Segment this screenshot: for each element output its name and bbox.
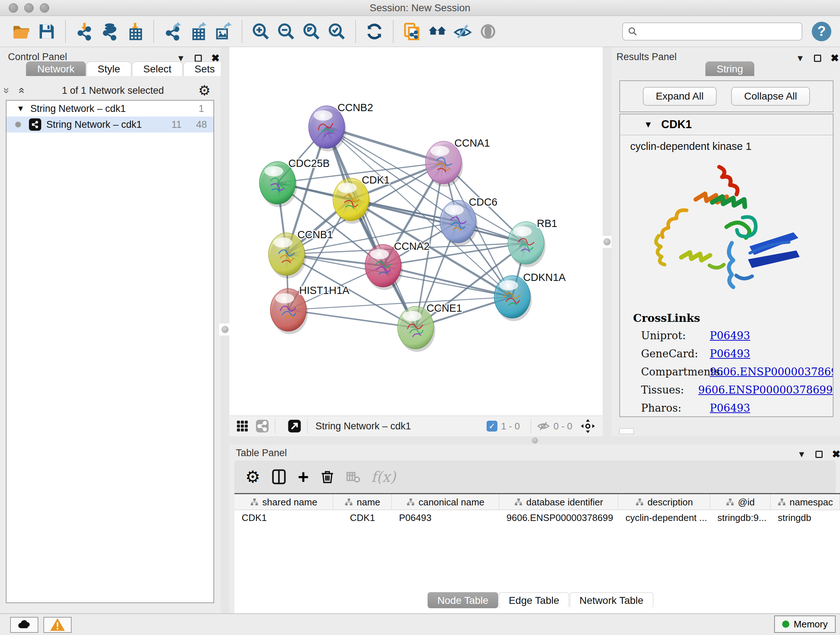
collapse-all-button[interactable]: Collapse All xyxy=(731,87,810,106)
network-node[interactable]: CCNE1 xyxy=(398,302,462,352)
network-edge[interactable] xyxy=(327,127,416,328)
crosslink-link[interactable]: 9606.ENSP00000378699 xyxy=(710,366,834,378)
crosslink-link[interactable]: 9606.ENSP00000378699 xyxy=(698,384,833,396)
homes-icon[interactable] xyxy=(427,21,447,42)
network-collection-row[interactable]: ▼ String Network – cdk1 1 xyxy=(6,101,213,117)
network-node[interactable]: CCNB2 xyxy=(309,102,373,151)
zoom-in-icon[interactable] xyxy=(251,21,271,42)
network-view-toolbar: String Network – cdk1 ✓ 1 - 0 0 - 0 xyxy=(229,416,603,436)
open-in-window-icon[interactable] xyxy=(287,419,302,433)
close-panel-icon[interactable]: ✖ xyxy=(832,448,840,460)
float-panel-icon[interactable] xyxy=(815,451,823,458)
add-column-icon[interactable]: + xyxy=(298,466,309,488)
column-header-database-identifier[interactable]: database identifier xyxy=(499,494,618,510)
expand-all-networks-icon[interactable]: » xyxy=(1,84,13,97)
crosslink-link[interactable]: P06493 xyxy=(710,402,750,414)
network-node[interactable]: HIST1H1A xyxy=(270,285,349,334)
tab-network[interactable]: Network xyxy=(26,62,86,76)
table-cell[interactable]: cyclin-dependent ... xyxy=(618,510,710,525)
crosslink-link[interactable]: P06493 xyxy=(710,329,750,342)
birds-eye-view-icon[interactable] xyxy=(580,418,595,434)
string-network-badge-icon[interactable] xyxy=(256,419,269,433)
tab-string[interactable]: String xyxy=(706,62,754,76)
expand-all-button[interactable]: Expand All xyxy=(643,87,717,106)
float-panel-icon[interactable] xyxy=(814,55,821,62)
network-node[interactable]: CCNA1 xyxy=(425,137,490,187)
delete-column-icon[interactable] xyxy=(320,469,335,485)
collapse-all-networks-icon[interactable]: » xyxy=(14,84,27,97)
help-button[interactable]: ? xyxy=(812,22,831,41)
collapse-panel-icon[interactable]: ▼ xyxy=(796,53,805,63)
table-cell[interactable]: CDK1 xyxy=(234,510,333,525)
zoom-fit-icon[interactable] xyxy=(302,21,322,42)
selected-indicator-checkbox[interactable]: ✓ xyxy=(486,421,497,432)
column-header-shared-name[interactable]: shared name xyxy=(234,494,333,510)
search-input[interactable] xyxy=(641,26,797,37)
export-network-icon[interactable] xyxy=(163,21,183,42)
zoom-selected-icon[interactable] xyxy=(327,21,347,42)
crosslink-label: Uniprot: xyxy=(641,329,710,342)
tab-style[interactable]: Style xyxy=(87,62,131,76)
gene-section-header[interactable]: ▼ CDK1 xyxy=(620,114,833,135)
right-splitter[interactable] xyxy=(603,47,611,436)
memory-button[interactable]: Memory xyxy=(774,616,836,633)
import-table-icon[interactable] xyxy=(125,21,145,42)
collapse-panel-icon[interactable]: ▼ xyxy=(797,449,806,459)
table-cell[interactable]: stringdb:9... xyxy=(710,510,771,525)
eye-gray-icon[interactable] xyxy=(478,21,498,42)
warnings-button[interactable] xyxy=(43,617,72,633)
column-header-namespac[interactable]: namespac xyxy=(771,494,840,510)
network-canvas[interactable]: CCNB2CCNA1CDC25BCDK1CDC6RB1CCNB1CCNA2CDK… xyxy=(229,47,603,416)
network-node[interactable]: RB1 xyxy=(508,218,557,267)
search-box[interactable] xyxy=(622,22,802,41)
open-folder-icon[interactable] xyxy=(11,21,32,42)
table-row[interactable]: CDK1CDK1P064939606.ENSP00000378699cyclin… xyxy=(234,510,840,525)
save-icon[interactable] xyxy=(36,21,57,42)
network-node[interactable]: CDC25B xyxy=(259,157,330,207)
import-database-icon[interactable] xyxy=(99,21,120,42)
float-panel-icon[interactable] xyxy=(195,55,202,62)
table-cell[interactable]: P06493 xyxy=(392,510,499,525)
table-cell[interactable]: 9606.ENSP00000378699 xyxy=(499,510,618,525)
show-grid-icon[interactable] xyxy=(236,420,249,432)
network-row[interactable]: String Network – cdk1 11 48 xyxy=(6,117,213,133)
refresh-icon[interactable] xyxy=(364,21,385,42)
results-scrollbar[interactable] xyxy=(619,428,634,434)
tab-sets[interactable]: Sets xyxy=(183,62,226,76)
network-node-count: 11 xyxy=(172,119,182,130)
copy-share-icon[interactable] xyxy=(402,21,422,42)
table-cell[interactable]: CDK1 xyxy=(333,510,392,525)
crosslink-link[interactable]: P06493 xyxy=(710,348,750,360)
tab-edge-table[interactable]: Edge Table xyxy=(499,592,569,608)
tab-network-table[interactable]: Network Table xyxy=(570,592,653,608)
collection-expand-icon[interactable]: ▼ xyxy=(17,104,25,113)
left-splitter[interactable] xyxy=(221,47,229,613)
horizontal-splitter[interactable] xyxy=(229,436,840,445)
network-node[interactable]: CDKN1A xyxy=(494,272,566,321)
column-header--id[interactable]: @id xyxy=(710,494,771,510)
export-image-icon[interactable] xyxy=(213,21,233,42)
network-node[interactable]: CCNB1 xyxy=(268,229,333,279)
column-header-name[interactable]: name xyxy=(333,494,392,510)
eye-slash-icon[interactable] xyxy=(453,21,473,42)
gene-expand-icon[interactable]: ▼ xyxy=(644,119,653,130)
delete-table-icon[interactable] xyxy=(346,470,360,484)
network-options-gear-icon[interactable]: ⚙ xyxy=(198,82,210,98)
table-settings-gear-icon[interactable]: ⚙ xyxy=(245,467,260,486)
show-columns-icon[interactable] xyxy=(271,469,287,485)
import-network-icon[interactable] xyxy=(74,21,95,42)
network-edge-count: 48 xyxy=(196,119,207,130)
tab-select[interactable]: Select xyxy=(132,62,183,76)
close-panel-icon[interactable]: ✖ xyxy=(831,52,839,64)
column-header-canonical-name[interactable]: canonical name xyxy=(392,494,499,510)
network-node[interactable]: CCNA2 xyxy=(365,241,429,290)
table-cell[interactable]: stringdb xyxy=(771,510,840,525)
tab-node-table[interactable]: Node Table xyxy=(428,592,498,608)
export-table-icon[interactable] xyxy=(188,21,208,42)
zoom-out-icon[interactable] xyxy=(276,21,296,42)
column-header-description[interactable]: description xyxy=(618,494,710,510)
cloud-status-button[interactable] xyxy=(10,617,38,633)
function-builder-icon[interactable]: f(x) xyxy=(371,469,396,485)
crosslink-row: GeneCard:P06493 xyxy=(633,348,833,360)
splitter-grip[interactable] xyxy=(532,437,538,443)
